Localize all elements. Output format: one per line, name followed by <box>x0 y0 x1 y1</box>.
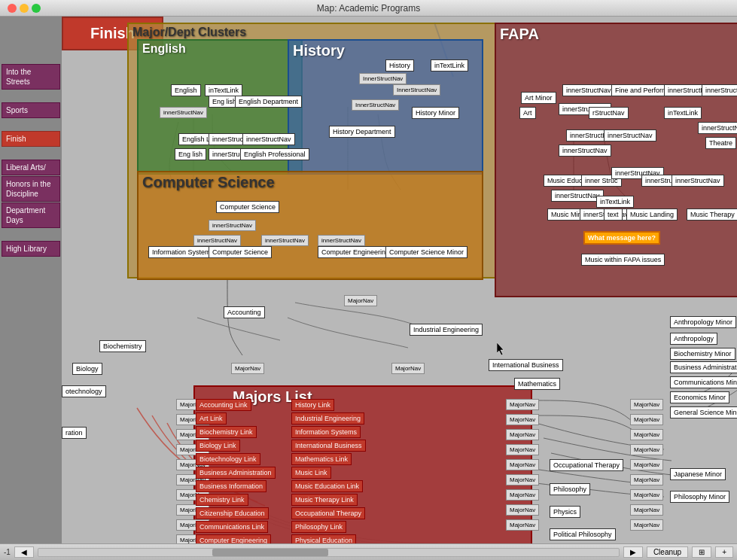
node-biochemistry[interactable]: Biochemistry <box>99 340 146 352</box>
node-general-science-minor[interactable]: General Science Minor <box>670 406 737 418</box>
node-eng-lit2[interactable]: Eng lish <box>175 148 206 160</box>
node-major-nav-mid-7[interactable]: MajorNav <box>506 489 539 501</box>
link-chemistry[interactable]: Chemistry Link <box>196 494 248 506</box>
link-biochemistry[interactable]: Biochemistry Link <box>196 426 257 438</box>
highlight-what-message[interactable]: What message here? <box>583 231 660 245</box>
node-inner-hist-3[interactable]: InnerStructNav <box>352 99 399 111</box>
sidebar-item-dept-days[interactable]: Department Days <box>2 202 60 228</box>
sidebar-item-high-library[interactable]: High Library <box>2 241 60 257</box>
node-cs-minor[interactable]: Computer Science Minor <box>385 246 467 258</box>
node-mathematics[interactable]: Mathematics <box>514 378 560 390</box>
node-major-nav-right-8[interactable]: MajorNav <box>630 504 663 516</box>
node-inner-fapa-6[interactable]: innerStructNav <box>698 122 737 134</box>
node-major-nav-2[interactable]: MajorNav <box>231 363 264 374</box>
node-major-nav-mid-3[interactable]: MajorNav <box>506 429 539 440</box>
node-major-nav-mid-8[interactable]: MajorNav <box>506 504 539 516</box>
node-major-nav-right-5[interactable]: MajorNav <box>630 459 663 470</box>
node-inner-hist-1[interactable]: InnerStructNav <box>359 73 407 84</box>
node-inner-fapa-16[interactable]: text <box>604 208 623 221</box>
link-industrial-eng[interactable]: Industrial Engineering <box>291 412 364 425</box>
maximize-button[interactable] <box>32 4 41 13</box>
horizontal-scrollbar[interactable] <box>38 548 620 557</box>
sidebar-item-finish[interactable]: Finish <box>2 131 60 147</box>
node-inner-cs-1[interactable]: innerStructNav <box>209 220 256 231</box>
node-history-main[interactable]: History <box>385 59 414 72</box>
node-major-nav-mid-5[interactable]: MajorNav <box>506 459 539 470</box>
minimize-button[interactable] <box>20 4 29 13</box>
cleanup-button[interactable]: Cleanup <box>647 546 688 558</box>
zoom-in-button[interactable]: + <box>715 546 733 558</box>
link-citizenship[interactable]: Citizenship Education <box>196 507 269 519</box>
node-intl-business[interactable]: International Business <box>489 359 563 371</box>
node-hist-dept[interactable]: History Department <box>329 126 395 138</box>
node-info-systems[interactable]: Information Systems <box>148 246 218 258</box>
node-anthropology[interactable]: Anthropology <box>670 333 717 345</box>
node-art-minor[interactable]: Art Minor <box>521 92 556 104</box>
node-music-within-fapa[interactable]: Music within FAPA issues <box>581 254 665 266</box>
node-inner-cs-4[interactable]: innerStructNav <box>318 235 365 246</box>
link-business-info[interactable]: Business Information <box>196 480 266 492</box>
arrow-right-button[interactable]: ▶ <box>623 546 643 558</box>
node-cs-eng[interactable]: Computer Engineering <box>318 246 393 258</box>
node-intext-fapa[interactable]: inTextLink <box>664 107 702 119</box>
node-inner-cs-3[interactable]: innerStructNav <box>261 235 309 246</box>
link-accounting[interactable]: Accounting Link <box>196 399 251 411</box>
link-info-systems[interactable]: Information Systems <box>291 426 361 438</box>
node-english-1[interactable]: English <box>171 84 201 96</box>
node-major-nav-3[interactable]: MajorNav <box>391 363 425 374</box>
link-biotechnology[interactable]: Biotechnology Link <box>196 453 260 465</box>
node-anthropology-minor[interactable]: Anthropology Minor <box>670 316 736 328</box>
node-ration[interactable]: ration <box>62 427 87 439</box>
node-inner-hist-2[interactable]: InnerStructNav <box>393 84 440 96</box>
node-accounting[interactable]: Accounting <box>224 306 265 318</box>
node-inner-fapa-8[interactable]: innerStructNav <box>604 129 656 142</box>
link-communications[interactable]: Communications Link <box>196 521 268 533</box>
node-inner-fapa-5[interactable]: rStructNav <box>589 107 629 119</box>
node-philosophy[interactable]: Philosophy <box>550 483 590 495</box>
inner-struct-nav-1[interactable]: innerStructNav <box>160 107 207 118</box>
node-theatre[interactable]: Theatre <box>705 137 736 149</box>
node-major-nav-right-1[interactable]: MajorNav <box>630 399 663 410</box>
node-english-dept2[interactable]: English Department <box>235 96 302 108</box>
arrow-left-button[interactable]: ◀ <box>14 546 34 558</box>
node-intext-fapa2[interactable]: inTextLink <box>596 196 634 208</box>
node-major-nav-right-7[interactable]: MajorNav <box>630 489 663 501</box>
node-major-nav-mid-9[interactable]: MajorNav <box>506 519 539 531</box>
link-art[interactable]: Art Link <box>196 412 227 425</box>
link-intl-business[interactable]: International Business <box>291 440 366 452</box>
node-industrial-eng[interactable]: Industrial Engineering <box>410 324 483 336</box>
node-philosophy-minor[interactable]: Philosophy Minor <box>670 491 729 503</box>
node-major-nav-right-9[interactable]: MajorNav <box>630 519 663 531</box>
node-eng-prof[interactable]: English Professional <box>240 148 309 160</box>
node-music-landing[interactable]: Music Landing <box>626 208 678 221</box>
node-major-nav-right-3[interactable]: MajorNav <box>630 429 663 440</box>
node-major-nav-mid-1[interactable]: MajorNav <box>506 399 539 410</box>
node-biology[interactable]: Biology <box>72 363 102 375</box>
node-biochem-minor[interactable]: Biochemistry Minor <box>670 348 735 360</box>
node-business-admin[interactable]: Business Administration <box>670 361 737 373</box>
link-history[interactable]: History Link <box>291 399 334 411</box>
node-history-minor[interactable]: History Minor <box>412 107 459 119</box>
link-music-therapy[interactable]: Music Therapy Link <box>291 494 358 506</box>
node-major-nav-mid-6[interactable]: MajorNav <box>506 474 539 485</box>
layout-button[interactable]: ⊞ <box>692 546 711 558</box>
node-inner-fapa-3[interactable]: innerStructNav <box>702 84 737 96</box>
node-major-nav-mid-2[interactable]: MajorNav <box>506 414 539 425</box>
node-physics[interactable]: Physics <box>550 506 580 518</box>
link-music[interactable]: Music Link <box>291 467 331 479</box>
node-inner-fapa-9[interactable]: innerStructNav <box>559 145 611 157</box>
node-occupational-therapy[interactable]: Occupational Therapy <box>550 459 623 471</box>
node-japanese-minor[interactable]: Japanese Minor <box>670 468 726 480</box>
link-physical-edu[interactable]: Physical Education <box>291 534 356 543</box>
close-button[interactable] <box>8 4 17 13</box>
node-intext-history[interactable]: inTextLink <box>431 59 468 72</box>
link-computer-eng[interactable]: Computer Engineering <box>196 534 271 543</box>
node-major-nav-right-2[interactable]: MajorNav <box>630 414 663 425</box>
node-inner-struct-3[interactable]: innerStructNav <box>242 133 295 145</box>
node-major-nav-right-4[interactable]: MajorNav <box>630 444 663 455</box>
node-major-nav-mid-4[interactable]: MajorNav <box>506 444 539 455</box>
link-music-edu[interactable]: Music Education Link <box>291 480 363 492</box>
link-mathematics[interactable]: Mathematics Link <box>291 453 352 465</box>
sidebar-item-sports[interactable]: Sports <box>2 102 60 118</box>
node-inner-cs-2[interactable]: innerStructNav <box>193 235 241 246</box>
